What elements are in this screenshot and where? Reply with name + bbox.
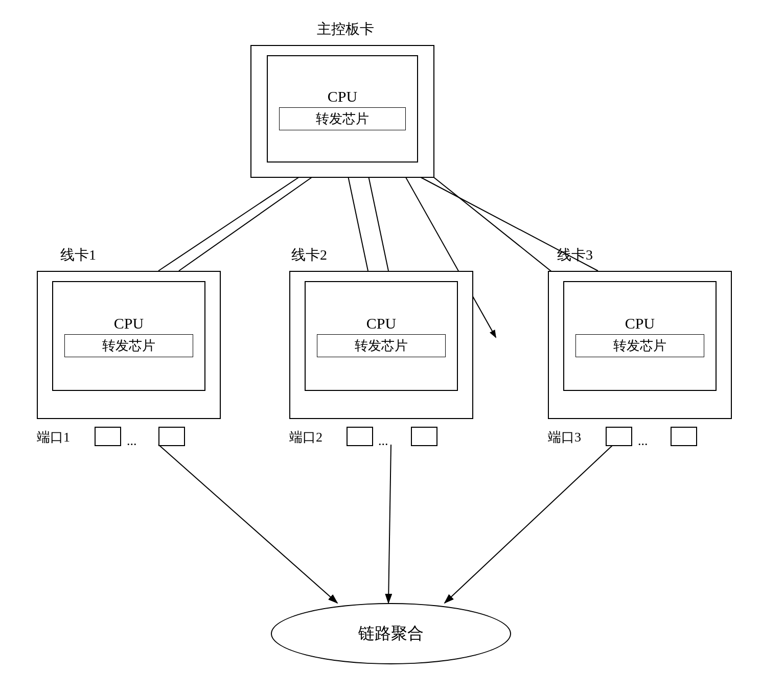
- aggregation-label: 链路聚合: [358, 622, 424, 645]
- svg-line-2: [158, 174, 304, 271]
- linecard3-chip: 转发芯片: [575, 334, 704, 357]
- port2-dots: ...: [378, 433, 388, 449]
- linecard2-label: 线卡2: [291, 245, 327, 265]
- linecard1-card: CPU 转发芯片: [37, 271, 221, 419]
- linecard2-card: CPU 转发芯片: [289, 271, 473, 419]
- port1-box2: [158, 427, 185, 446]
- port2-box1: [347, 427, 373, 446]
- port1-label: 端口1: [37, 428, 70, 446]
- svg-line-12: [388, 445, 391, 603]
- linecard3-cpu: CPU: [625, 312, 655, 334]
- svg-line-5: [368, 174, 388, 271]
- linecard1-label: 线卡1: [60, 245, 96, 265]
- linecard3-card: CPU 转发芯片: [548, 271, 732, 419]
- main-board-card: CPU 转发芯片: [250, 45, 434, 178]
- linecard2-inner: CPU 转发芯片: [305, 281, 458, 391]
- port1-dots: ...: [127, 433, 137, 449]
- link-aggregation: 链路聚合: [271, 603, 511, 664]
- port1-box1: [95, 427, 121, 446]
- main-chip-label: 转发芯片: [279, 107, 406, 130]
- port3-box2: [671, 427, 697, 446]
- svg-line-13: [445, 445, 613, 603]
- svg-line-4: [348, 174, 368, 271]
- port3-dots: ...: [638, 433, 648, 449]
- main-board-inner: CPU 转发芯片: [267, 55, 418, 163]
- linecard1-chip: 转发芯片: [64, 334, 193, 357]
- linecard3-inner: CPU 转发芯片: [563, 281, 717, 391]
- port2-label: 端口2: [289, 428, 322, 446]
- linecard1-inner: CPU 转发芯片: [52, 281, 205, 391]
- linecard3-label: 线卡3: [557, 245, 593, 265]
- svg-line-11: [158, 445, 337, 603]
- main-board-label: 主控板卡: [317, 19, 374, 39]
- main-cpu-label: CPU: [328, 85, 357, 107]
- port3-box1: [606, 427, 632, 446]
- linecard2-chip: 转发芯片: [317, 334, 446, 357]
- port3-label: 端口3: [548, 428, 581, 446]
- linecard2-cpu: CPU: [366, 312, 396, 334]
- port2-box2: [411, 427, 437, 446]
- linecard1-cpu: CPU: [114, 312, 144, 334]
